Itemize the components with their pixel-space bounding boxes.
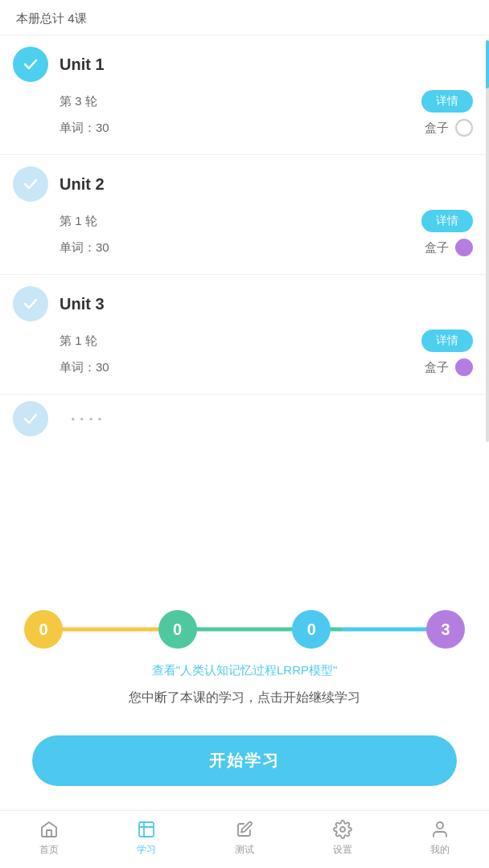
unit1-title: Unit 1 bbox=[60, 55, 105, 74]
unit4-icon bbox=[13, 401, 48, 436]
unit1-detail-button[interactable]: 详情 bbox=[421, 90, 473, 113]
test-icon bbox=[234, 819, 255, 840]
unit1-header: Unit 1 bbox=[13, 47, 473, 82]
unit-item-4-partial: · · · · bbox=[0, 395, 489, 443]
unit3-details: 第 1 轮 详情 单词：30 盒子 bbox=[13, 330, 473, 376]
unit3-box-circle bbox=[455, 358, 473, 376]
unit2-details: 第 1 轮 详情 单词：30 盒子 bbox=[13, 210, 473, 256]
unit2-box-area: 盒子 bbox=[425, 239, 473, 256]
unit1-box-area: 盒子 bbox=[425, 119, 473, 137]
unit1-word-row: 单词：30 盒子 bbox=[60, 119, 473, 137]
unit2-word-row: 单词：30 盒子 bbox=[60, 239, 473, 256]
unit3-word-count: 单词：30 bbox=[60, 360, 109, 375]
study-icon bbox=[136, 819, 157, 840]
unit3-icon bbox=[13, 286, 48, 321]
unit-list: Unit 1 第 3 轮 详情 单词：30 盒子 Unit bbox=[0, 35, 489, 591]
unit3-round: 第 1 轮 bbox=[60, 334, 97, 349]
unit2-icon bbox=[13, 166, 48, 202]
svg-point-4 bbox=[437, 822, 443, 829]
progress-node-1: 0 bbox=[158, 610, 197, 649]
header-title: 本册总计 4课 bbox=[16, 11, 87, 25]
unit2-header: Unit 2 bbox=[13, 166, 473, 202]
unit2-detail-button[interactable]: 详情 bbox=[421, 210, 473, 232]
nav-label-study: 学习 bbox=[137, 843, 156, 857]
nav-label-home: 首页 bbox=[39, 843, 59, 857]
reminder-text: 您中断了本课的学习，点击开始继续学习 bbox=[24, 690, 465, 706]
nav-label-settings: 设置 bbox=[333, 843, 352, 857]
nav-item-home[interactable]: 首页 bbox=[25, 819, 73, 857]
progress-track: 0 0 0 3 bbox=[24, 610, 465, 649]
nav-item-settings[interactable]: 设置 bbox=[318, 819, 367, 857]
unit-item-3: Unit 3 第 1 轮 详情 单词：30 盒子 bbox=[0, 275, 489, 395]
unit1-word-count: 单词：30 bbox=[60, 121, 109, 136]
unit1-details: 第 3 轮 详情 单词：30 盒子 bbox=[13, 90, 473, 137]
unit3-box-area: 盒子 bbox=[425, 358, 473, 376]
unit1-round: 第 3 轮 bbox=[60, 94, 97, 109]
start-section: 开始学习 bbox=[0, 719, 489, 810]
unit2-round-row: 第 1 轮 详情 bbox=[60, 210, 473, 232]
unit2-box-label: 盒子 bbox=[425, 240, 449, 256]
header: 本册总计 4课 bbox=[0, 0, 489, 35]
nav-item-profile[interactable]: 我的 bbox=[416, 819, 464, 857]
progress-section: 0 0 0 3 查看"人类认知记忆过程LRRP模型" 您中断了本课的学习，点击开… bbox=[0, 591, 489, 719]
unit3-word-row: 单词：30 盒子 bbox=[60, 358, 473, 376]
progress-node-0: 0 bbox=[24, 610, 63, 649]
unit3-round-row: 第 1 轮 详情 bbox=[60, 330, 473, 352]
unit2-round: 第 1 轮 bbox=[60, 214, 97, 229]
svg-rect-0 bbox=[139, 822, 154, 837]
unit2-title: Unit 2 bbox=[60, 175, 105, 194]
unit3-title: Unit 3 bbox=[60, 295, 105, 313]
unit4-dots: · · · · bbox=[71, 410, 102, 428]
scrollbar-thumb[interactable] bbox=[486, 40, 489, 88]
home-icon bbox=[39, 819, 60, 840]
nav-item-study[interactable]: 学习 bbox=[122, 819, 171, 857]
unit1-icon bbox=[13, 47, 48, 82]
lrrp-link[interactable]: 查看"人类认知记忆过程LRRP模型" bbox=[24, 663, 465, 678]
unit1-round-row: 第 3 轮 详情 bbox=[60, 90, 473, 113]
unit-item-2: Unit 2 第 1 轮 详情 单词：30 盒子 bbox=[0, 155, 489, 275]
profile-icon bbox=[429, 819, 450, 840]
nav-label-profile: 我的 bbox=[430, 843, 450, 857]
bottom-nav: 首页 学习 测试 设置 bbox=[0, 810, 489, 868]
nav-label-test: 测试 bbox=[235, 843, 254, 857]
unit3-header: Unit 3 bbox=[13, 286, 473, 321]
nav-item-test[interactable]: 测试 bbox=[220, 819, 269, 857]
unit3-detail-button[interactable]: 详情 bbox=[421, 330, 473, 352]
scrollbar-track[interactable] bbox=[486, 40, 489, 442]
unit-item-1: Unit 1 第 3 轮 详情 单词：30 盒子 bbox=[0, 35, 489, 155]
settings-icon bbox=[332, 819, 353, 840]
unit1-box-circle bbox=[455, 119, 473, 137]
unit1-box-label: 盒子 bbox=[425, 121, 449, 136]
svg-point-3 bbox=[340, 827, 345, 832]
unit2-word-count: 单词：30 bbox=[60, 240, 109, 256]
progress-node-2: 0 bbox=[292, 610, 331, 649]
unit3-box-label: 盒子 bbox=[425, 360, 449, 375]
start-button[interactable]: 开始学习 bbox=[32, 735, 457, 786]
unit2-box-circle bbox=[455, 239, 473, 256]
progress-node-3: 3 bbox=[426, 610, 465, 649]
